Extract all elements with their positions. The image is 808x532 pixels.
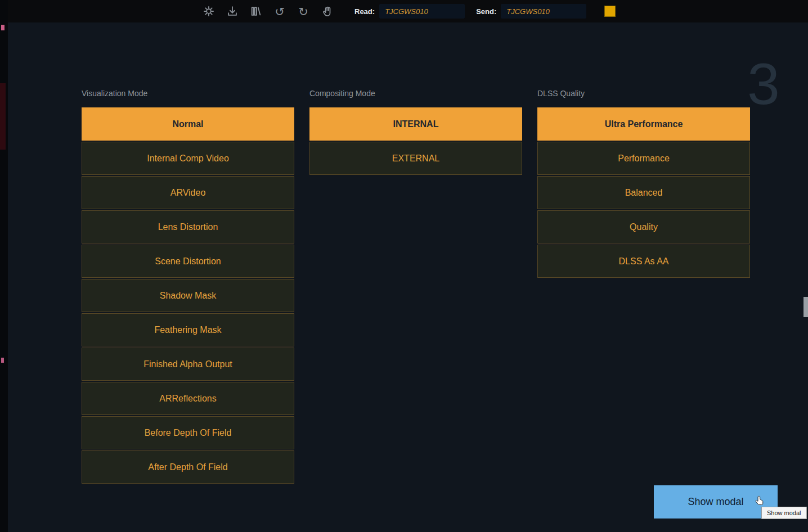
option-button[interactable]: EXTERNAL xyxy=(309,142,522,175)
group-label: Compositing Mode xyxy=(309,89,522,102)
option-button[interactable]: Internal Comp Video xyxy=(82,142,294,175)
option-button[interactable]: ARReflections xyxy=(82,382,294,415)
option-button[interactable]: Feathering Mask xyxy=(82,313,294,346)
option-button[interactable]: Scene Distortion xyxy=(82,245,294,278)
option-button[interactable]: Performance xyxy=(537,142,750,175)
option-button[interactable]: INTERNAL xyxy=(309,107,522,141)
send-input[interactable] xyxy=(501,4,586,19)
mode-group: Compositing ModeINTERNALEXTERNAL xyxy=(309,89,522,176)
button-groups: Visualization ModeNormalInternal Comp Vi… xyxy=(82,89,750,485)
send-label: Send: xyxy=(476,7,496,16)
option-button[interactable]: Shadow Mask xyxy=(82,279,294,312)
edge-artifact xyxy=(1,25,5,30)
option-button[interactable]: Before Depth Of Field xyxy=(82,416,294,449)
read-input[interactable] xyxy=(379,4,465,19)
app-window: ↺ ↻ Read: Send: 3 Visualization ModeNorm… xyxy=(0,0,808,532)
hand-cursor-icon xyxy=(754,495,765,508)
option-button[interactable]: ARVideo xyxy=(82,176,294,209)
left-edge-strip xyxy=(0,0,8,532)
option-button[interactable]: Quality xyxy=(537,210,750,244)
edge-artifact xyxy=(0,83,6,150)
right-scrollbar-thumb[interactable] xyxy=(803,297,808,317)
option-button[interactable]: DLSS As AA xyxy=(537,245,750,278)
download-icon[interactable] xyxy=(225,4,240,19)
library-icon[interactable] xyxy=(249,4,263,19)
hand-pan-icon[interactable] xyxy=(320,4,334,19)
group-label: Visualization Mode xyxy=(82,89,294,102)
toolbar-icon-group: ↺ ↻ xyxy=(201,4,334,19)
edge-artifact xyxy=(1,358,4,363)
refresh-icon[interactable]: ↻ xyxy=(296,4,311,19)
option-button[interactable]: After Depth Of Field xyxy=(82,450,294,484)
option-button[interactable]: Ultra Performance xyxy=(537,107,750,141)
read-label: Read: xyxy=(354,7,375,16)
settings-gear-icon[interactable] xyxy=(201,4,216,19)
mode-group: DLSS QualityUltra PerformancePerformance… xyxy=(537,89,750,279)
main-panel: 3 Visualization ModeNormalInternal Comp … xyxy=(8,22,808,532)
option-button[interactable]: Normal xyxy=(82,107,294,141)
option-button[interactable]: Finished Alpha Output xyxy=(82,348,294,381)
option-button[interactable]: Lens Distortion xyxy=(82,210,294,244)
status-indicator xyxy=(604,6,616,17)
group-label: DLSS Quality xyxy=(537,89,750,102)
history-icon[interactable]: ↺ xyxy=(272,4,287,19)
show-modal-tooltip: Show modal xyxy=(761,507,807,519)
option-button[interactable]: Balanced xyxy=(537,176,750,209)
toolbar: ↺ ↻ Read: Send: xyxy=(0,0,808,22)
mode-group: Visualization ModeNormalInternal Comp Vi… xyxy=(82,89,294,485)
